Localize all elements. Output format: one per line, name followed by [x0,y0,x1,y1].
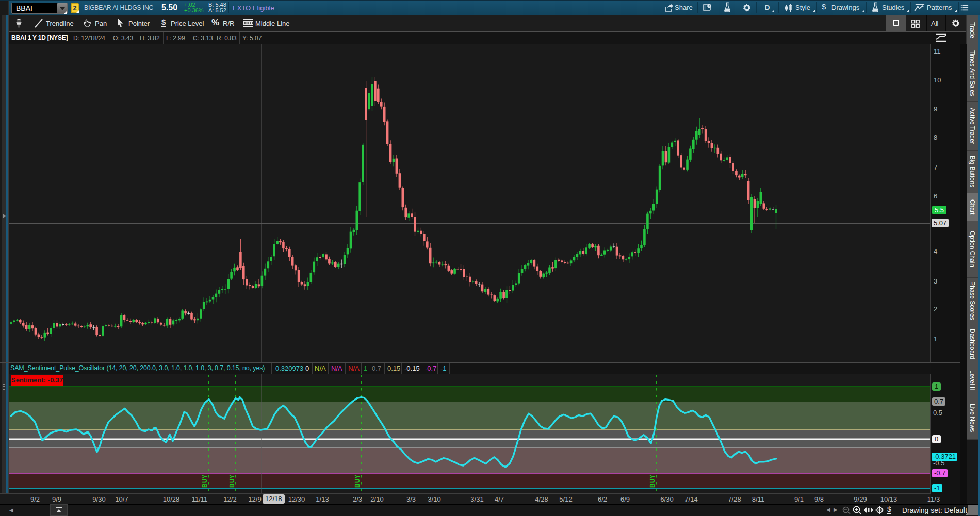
svg-text:BUY: BUY [201,475,208,488]
svg-text:BUY: BUY [228,475,236,488]
svg-text:BUY: BUY [649,475,656,488]
svg-text:BUY: BUY [354,475,361,488]
